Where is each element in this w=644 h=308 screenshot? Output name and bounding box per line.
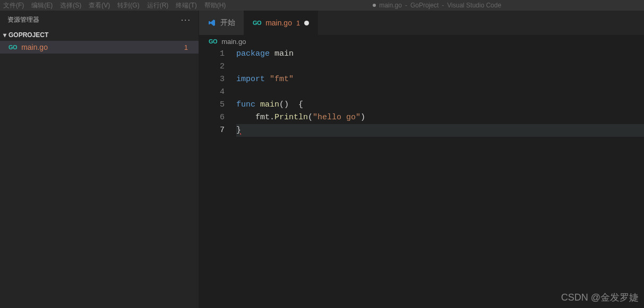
dirty-indicator-icon	[304, 21, 309, 25]
go-file-icon: GO	[253, 20, 261, 26]
menu-goto[interactable]: 转到(G)	[117, 1, 139, 10]
go-file-icon: GO	[209, 38, 217, 45]
code-line[interactable]: func main() {	[236, 99, 644, 111]
menu-terminal[interactable]: 终端(T)	[176, 1, 196, 10]
workbench-body: 资源管理器 ··· ▾ GOPROJECT GO main.go 1 开始	[0, 11, 644, 308]
token-str: "fmt"	[270, 75, 294, 84]
line-number: 7	[199, 124, 225, 137]
token-func: Println	[274, 113, 308, 122]
title-project: GoProject	[410, 2, 439, 9]
explorer-header: 资源管理器 ···	[0, 11, 199, 29]
editor-group: 开始 GO main.go 1 GO main.go 1234567 packa…	[199, 11, 644, 308]
token-punc: {	[298, 100, 303, 109]
project-name: GOPROJECT	[8, 31, 48, 39]
breadcrumb-label: main.go	[221, 38, 246, 46]
token-punc: ()	[279, 100, 289, 109]
menu-run[interactable]: 运行(R)	[147, 1, 169, 10]
token-kw: package	[236, 49, 270, 58]
code-line[interactable]	[236, 60, 644, 73]
token-punc: .	[270, 113, 274, 122]
line-number: 1	[199, 48, 225, 60]
line-number: 2	[199, 60, 225, 73]
explorer-file-main-go[interactable]: GO main.go 1	[0, 41, 199, 54]
breadcrumb[interactable]: GO main.go	[199, 35, 644, 48]
chevron-down-icon: ▾	[3, 31, 6, 39]
code-line[interactable]	[236, 86, 644, 99]
window-title: main.go - GoProject - Visual Studio Code	[373, 2, 501, 9]
code-line[interactable]: import "fmt"	[236, 73, 644, 86]
tabs-container: 开始 GO main.go 1	[199, 11, 644, 35]
menu-help[interactable]: 帮助(H)	[204, 1, 226, 10]
vscode-icon	[208, 19, 216, 27]
code-line[interactable]: }	[236, 124, 644, 137]
explorer-title: 资源管理器	[7, 15, 39, 24]
code-line[interactable]: package main	[236, 48, 644, 60]
token-punc: )	[360, 113, 365, 122]
token-ident: main	[274, 49, 294, 58]
tab-problem-count: 1	[296, 19, 300, 27]
code-lines[interactable]: package mainimport "fmt"func main() { fm…	[236, 48, 644, 308]
tab-main-go[interactable]: GO main.go 1	[244, 11, 318, 35]
menu-edit[interactable]: 编辑(E)	[31, 1, 53, 10]
title-file: main.go	[379, 2, 402, 9]
problem-badge: 1	[184, 43, 188, 51]
modified-dot-icon	[373, 4, 376, 7]
tab-welcome-label: 开始	[220, 18, 235, 28]
token-kw: import	[236, 75, 265, 84]
menubar: 文件(F) 编辑(E) 选择(S) 查看(V) 转到(G) 运行(R) 终端(T…	[0, 0, 644, 11]
tab-welcome[interactable]: 开始	[199, 11, 244, 35]
more-actions-icon[interactable]: ···	[181, 15, 191, 25]
tab-main-go-label: main.go	[265, 19, 292, 27]
code-editor[interactable]: 1234567 package mainimport "fmt"func mai…	[199, 48, 644, 308]
explorer-file-label: main.go	[21, 43, 184, 51]
token-punc: (	[308, 113, 313, 122]
token-err: }	[236, 126, 241, 135]
line-number-gutter: 1234567	[199, 48, 236, 308]
line-number: 4	[199, 86, 225, 99]
menu-file[interactable]: 文件(F)	[3, 1, 24, 10]
code-line[interactable]: fmt.Println("hello go")	[236, 111, 644, 124]
menu-view[interactable]: 查看(V)	[89, 1, 110, 10]
app-root: 文件(F) 编辑(E) 选择(S) 查看(V) 转到(G) 运行(R) 终端(T…	[0, 0, 644, 308]
title-app: Visual Studio Code	[447, 2, 501, 9]
explorer-sidebar: 资源管理器 ··· ▾ GOPROJECT GO main.go 1	[0, 11, 199, 308]
token-ident: fmt	[255, 113, 270, 122]
token-kw: func	[236, 100, 255, 109]
token-func: main	[260, 100, 279, 109]
menu-select[interactable]: 选择(S)	[60, 1, 81, 10]
line-number: 3	[199, 73, 225, 86]
line-number: 6	[199, 111, 225, 124]
line-number: 5	[199, 99, 225, 111]
token-str: "hello go"	[313, 113, 360, 122]
go-file-icon: GO	[8, 44, 17, 50]
project-row[interactable]: ▾ GOPROJECT	[0, 29, 199, 41]
